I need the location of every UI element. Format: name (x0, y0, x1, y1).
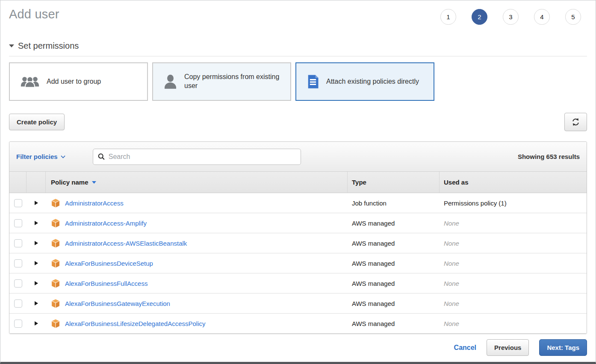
results-count: Showing 653 results (518, 153, 580, 160)
policy-icon (51, 299, 60, 308)
expand-row-icon[interactable] (35, 301, 38, 305)
table-row: AdministratorAccess-AWSElasticBeanstalk … (9, 233, 587, 253)
step-indicator: 12345 (440, 9, 581, 25)
card-label: Attach existing policies directly (326, 77, 419, 86)
header-used-as: Used as (440, 172, 587, 193)
row-checkbox[interactable] (14, 259, 22, 267)
policy-used-as: None (444, 280, 459, 287)
expand-row-icon[interactable] (35, 201, 38, 205)
previous-button[interactable]: Previous (487, 339, 529, 356)
table-row: AdministratorAccess-Amplify AWS managed … (9, 213, 587, 233)
expand-row-icon[interactable] (35, 221, 38, 225)
next-tags-button[interactable]: Next: Tags (539, 339, 587, 356)
policy-type: AWS managed (352, 240, 395, 247)
page-title: Add user (9, 7, 59, 21)
row-checkbox[interactable] (14, 239, 22, 247)
policy-toolbar: Create policy (9, 113, 587, 131)
step-1[interactable]: 1 (440, 9, 456, 25)
add-user-page: Add user 12345 Set permissions (0, 0, 596, 364)
chevron-down-icon (61, 155, 65, 159)
row-checkbox[interactable] (14, 320, 22, 328)
policy-type: AWS managed (352, 280, 395, 287)
policy-used-as: None (444, 260, 459, 267)
header-type: Type (348, 172, 440, 193)
step-3[interactable]: 3 (503, 9, 519, 25)
policy-used-as: None (444, 240, 459, 247)
policy-icon (51, 238, 60, 248)
filter-bar: Filter policies Showing 653 results (9, 142, 587, 172)
cancel-button[interactable]: Cancel (454, 344, 476, 352)
document-icon (307, 74, 319, 89)
header-policy-name[interactable]: Policy name (46, 172, 348, 193)
policy-type: Job function (352, 200, 387, 207)
policy-type: AWS managed (352, 260, 395, 267)
step-2[interactable]: 2 (472, 9, 487, 25)
header-policy-name-label: Policy name (51, 179, 89, 186)
policy-name-link[interactable]: AlexaForBusinessFullAccess (65, 280, 148, 287)
section-title: Set permissions (18, 41, 79, 51)
table-header: Policy name Type Used as (9, 172, 587, 193)
row-checkbox[interactable] (14, 219, 22, 227)
expand-row-icon[interactable] (35, 261, 38, 265)
filter-policies-dropdown[interactable]: Filter policies (16, 153, 65, 160)
collapse-caret-icon (9, 44, 14, 47)
card-attach-policies[interactable]: Attach existing policies directly (295, 62, 434, 101)
row-checkbox[interactable] (14, 279, 22, 288)
policy-type: AWS managed (352, 220, 395, 227)
policy-icon (51, 279, 60, 288)
expand-row-icon[interactable] (35, 241, 38, 245)
policy-type: AWS managed (352, 320, 395, 327)
refresh-button[interactable] (564, 113, 587, 131)
expand-row-icon[interactable] (35, 321, 38, 326)
wizard-footer: Cancel Previous Next: Tags (9, 334, 587, 356)
card-label: Copy permissions from existing user (184, 73, 283, 91)
policy-name-link[interactable]: AlexaForBusinessLifesizeDelegatedAccessP… (65, 320, 206, 327)
refresh-icon (571, 117, 580, 126)
policy-used-as: Permissions policy (1) (444, 200, 507, 207)
table-body: AdministratorAccess Job function Permiss… (9, 193, 587, 334)
policy-name-link[interactable]: AlexaForBusinessDeviceSetup (65, 260, 153, 267)
policy-name-link[interactable]: AdministratorAccess-AWSElasticBeanstalk (65, 240, 187, 247)
header-expand-column (27, 172, 46, 193)
policy-type: AWS managed (352, 300, 395, 307)
header-checkbox-column (9, 172, 27, 193)
card-label: Add user to group (47, 77, 101, 86)
step-4[interactable]: 4 (534, 9, 550, 25)
policy-name-link[interactable]: AdministratorAccess-Amplify (65, 220, 147, 227)
policy-used-as: None (444, 320, 459, 327)
table-row: AlexaForBusinessGatewayExecution AWS man… (9, 294, 587, 314)
policies-table: Filter policies Showing 653 results Poli… (9, 141, 587, 334)
user-icon (163, 74, 177, 89)
permission-option-cards: Add user to group Copy permissions from … (9, 62, 587, 101)
table-row: AdministratorAccess Job function Permiss… (9, 193, 587, 213)
card-copy-permissions[interactable]: Copy permissions from existing user (152, 62, 291, 101)
policy-icon (51, 218, 60, 228)
users-group-icon (20, 75, 40, 88)
policy-icon (51, 319, 60, 329)
search-box (93, 149, 301, 165)
policy-icon (51, 258, 60, 268)
page-header: Add user 12345 (9, 0, 587, 25)
set-permissions-section-header[interactable]: Set permissions (9, 41, 587, 51)
expand-row-icon[interactable] (35, 281, 38, 285)
search-icon (98, 153, 105, 160)
table-row: AlexaForBusinessDeviceSetup AWS managed … (9, 253, 587, 273)
policy-used-as: None (444, 300, 459, 307)
step-5[interactable]: 5 (565, 9, 581, 25)
row-checkbox[interactable] (14, 299, 22, 308)
search-input[interactable] (109, 153, 296, 161)
sort-desc-icon (92, 181, 96, 184)
policy-icon (51, 198, 60, 208)
section-divider (9, 56, 587, 56)
policy-used-as: None (444, 220, 459, 227)
row-checkbox[interactable] (14, 199, 22, 207)
policy-name-link[interactable]: AlexaForBusinessGatewayExecution (65, 300, 170, 307)
card-add-user-to-group[interactable]: Add user to group (9, 62, 148, 101)
policy-name-link[interactable]: AdministratorAccess (65, 200, 124, 207)
table-row: AlexaForBusinessFullAccess AWS managed N… (9, 273, 587, 294)
create-policy-button[interactable]: Create policy (9, 114, 65, 130)
filter-policies-label: Filter policies (16, 153, 58, 160)
table-row: AlexaForBusinessLifesizeDelegatedAccessP… (9, 314, 587, 334)
